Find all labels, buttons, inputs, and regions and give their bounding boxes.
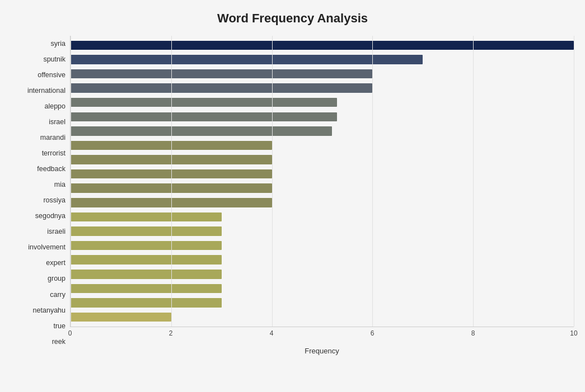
chart-container: Word Frequency Analysis syriasputnikoffe…	[0, 0, 585, 392]
y-label: rossiya	[43, 197, 65, 204]
x-tick: 4	[270, 329, 274, 337]
y-label: marandi	[40, 134, 65, 141]
x-tick: 8	[471, 329, 475, 337]
bar-row	[71, 38, 574, 53]
bar	[71, 126, 332, 136]
bar-row	[71, 153, 574, 167]
chart-area: syriasputnikoffensiveinternationalaleppo…	[11, 36, 574, 350]
y-label: involvement	[28, 244, 65, 251]
bar	[71, 55, 423, 64]
y-label: mia	[54, 181, 65, 188]
bar-row	[71, 81, 574, 96]
y-label: reek	[52, 338, 65, 346]
bar-row	[71, 310, 574, 324]
bar	[71, 241, 222, 251]
x-axis-label: Frequency	[305, 347, 339, 355]
y-label: aleppo	[44, 103, 65, 110]
bar-row	[71, 196, 574, 210]
x-tick: 10	[570, 329, 577, 337]
y-label: offensive	[38, 72, 65, 79]
bar	[71, 98, 337, 107]
bar	[71, 255, 222, 265]
y-label: carry	[50, 291, 65, 299]
bar	[71, 69, 372, 79]
bar	[71, 112, 337, 122]
grid-line	[71, 36, 71, 327]
y-label: expert	[46, 259, 65, 267]
bar-row	[71, 167, 574, 181]
bar-row	[71, 267, 574, 282]
bar-row	[71, 253, 574, 267]
y-label: sputnik	[43, 56, 65, 63]
y-axis: syriasputnikoffensiveinternationalaleppo…	[11, 36, 70, 350]
y-label: international	[27, 87, 65, 95]
bar-row	[71, 110, 574, 124]
bar-row	[71, 224, 574, 239]
y-label: netanyahu	[33, 307, 65, 314]
bar-row	[71, 67, 574, 81]
y-label: terrorist	[42, 150, 65, 157]
x-tick: 2	[169, 329, 173, 337]
bar-row	[71, 238, 574, 253]
bar	[71, 83, 372, 93]
grid-line	[473, 36, 474, 327]
bar	[71, 41, 574, 50]
bar-row	[71, 296, 574, 310]
bar	[71, 298, 222, 308]
x-tick: 0	[68, 329, 72, 337]
grid-line	[272, 36, 273, 327]
x-tick: 6	[371, 329, 375, 337]
bars-area	[70, 36, 574, 327]
bar-row	[71, 95, 574, 110]
x-axis: Frequency 0246810	[70, 327, 574, 350]
bar-row	[71, 181, 574, 196]
y-label: feedback	[37, 166, 65, 173]
chart-title: Word Frequency Analysis	[11, 11, 574, 26]
bar-row	[71, 124, 574, 139]
y-label: segodnya	[35, 212, 65, 220]
bars-and-xaxis: Frequency 0246810	[70, 36, 574, 350]
bar-row	[71, 138, 574, 153]
grid-line	[372, 36, 373, 327]
bar	[71, 270, 222, 279]
bar	[71, 212, 222, 222]
grid-line	[171, 36, 172, 327]
y-label: group	[48, 275, 65, 282]
grid-line	[574, 36, 574, 327]
y-label: syria	[51, 40, 65, 48]
bar	[71, 226, 222, 236]
bar-row	[71, 281, 574, 296]
y-label: israeli	[47, 228, 65, 235]
bar-row	[71, 53, 574, 67]
bar	[71, 284, 222, 294]
y-label: true	[53, 323, 65, 330]
bar-row	[71, 210, 574, 224]
bar	[71, 313, 171, 322]
y-label: israel	[49, 119, 65, 126]
